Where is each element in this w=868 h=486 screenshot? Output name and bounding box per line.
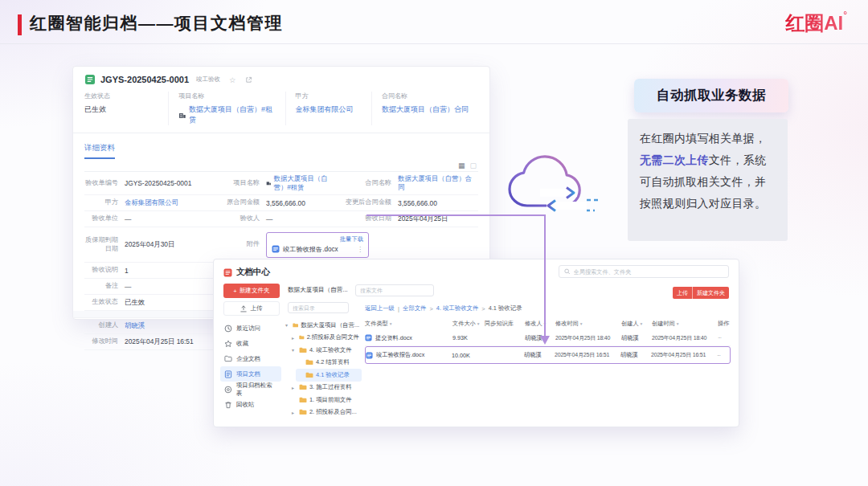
field-value: JGYS-20250425-0001: [125, 177, 221, 190]
table-tools: ▦ ▢: [73, 159, 489, 171]
breadcrumb-item[interactable]: 4. 竣工验收文件: [436, 304, 479, 312]
tab-detail-info[interactable]: 详细资料: [84, 143, 115, 159]
sidebar-item-project-docs[interactable]: 项目文档: [220, 366, 281, 382]
field-label: 验收单编号: [84, 177, 125, 190]
tree-item[interactable]: ▾ 4. 竣工验收文件: [289, 344, 362, 357]
search-icon: [564, 268, 571, 275]
tree-item-selected[interactable]: 4.1 验收记录: [296, 369, 362, 382]
summary-party-a-label: 甲方: [296, 92, 363, 100]
project-building-icon: [178, 112, 186, 119]
sort-caret-icon: ▾: [544, 321, 547, 326]
field-label: 变更后合同金额: [338, 196, 398, 209]
tree-item[interactable]: ▸ 2.招投标及合同文件: [289, 332, 362, 345]
doc-center-icon: [223, 268, 232, 277]
slide: 红圈智能归档——项目文档管理 红圈AI° JGYS-20250425-0001 …: [0, 0, 868, 486]
file-row[interactable]: 提交资料.docx 9.93K 胡晓溪 2025年04月25日 18:40 胡晓…: [365, 330, 731, 346]
top-upload-button[interactable]: 上传: [673, 287, 692, 299]
file-row-highlighted[interactable]: 竣工验收报告.docx 10.00K 胡晓溪 2025年04月25日 16:51…: [365, 346, 731, 364]
trash-icon: [224, 401, 232, 409]
col-header[interactable]: 文件类型: [365, 320, 388, 328]
attachment-file-item[interactable]: 竣工验收报告.docx ⋮: [272, 245, 363, 254]
new-folder-button[interactable]: + 新建文件夹: [223, 284, 280, 298]
col-header[interactable]: 创建时间: [652, 320, 675, 328]
breadcrumb-back[interactable]: 返回上一级: [365, 304, 395, 312]
col-header[interactable]: 修改时间: [555, 320, 579, 328]
upload-button[interactable]: 上传: [223, 301, 280, 316]
folder-icon: [305, 372, 313, 378]
search-file-input[interactable]: [360, 288, 429, 293]
sort-caret-icon: ▾: [477, 321, 480, 326]
top-new-folder-button[interactable]: 新建文件夹: [692, 287, 729, 299]
summary-party-a-link[interactable]: 金标集团有限公司: [296, 104, 354, 115]
global-search-input[interactable]: [574, 268, 723, 276]
global-search-box[interactable]: [559, 265, 729, 278]
callout-body: 在红圈内填写相关单据，无需二次上传文件，系统可自动抓取相关文件，并按照规则归入对…: [628, 119, 788, 241]
expand-open-icon[interactable]: ▾: [285, 322, 290, 328]
title-accent-bar: [18, 14, 22, 35]
panel-view-icon[interactable]: ▢: [469, 161, 477, 169]
detail-row: 甲方 金标集团有限公司 原合同金额 3,556,666.00 变更后合同金额 3…: [84, 195, 478, 211]
batch-download-link[interactable]: 批量下载: [340, 235, 363, 243]
expand-open-icon[interactable]: ▾: [292, 347, 297, 353]
col-header[interactable]: 文件大小: [452, 320, 476, 328]
col-header[interactable]: 创建人: [621, 320, 639, 328]
plus-icon: +: [233, 288, 236, 295]
folder-icon: [299, 397, 307, 403]
sidebar-item-favorites[interactable]: 收藏: [220, 336, 281, 351]
breadcrumb-current: 4.1 验收记录: [489, 304, 522, 312]
summary-project-link[interactable]: 数据大厦项目（自营）#租赁: [189, 104, 277, 125]
field-label: 质保期到期日期: [84, 234, 125, 255]
project-tab[interactable]: 数据大厦项目（自营... +: [288, 286, 359, 294]
search-dir-box[interactable]: [288, 302, 349, 313]
search-file-box[interactable]: [355, 284, 434, 296]
favorite-star-icon[interactable]: ☆: [229, 76, 236, 84]
file-size: 9.93K: [452, 334, 485, 341]
tree-item-root[interactable]: ▾ 数据大厦项目（自营...: [283, 319, 362, 332]
detail-row: 验收单位 — 验收人 — 验收日期 2025年04月25日: [84, 211, 478, 227]
expand-closed-icon[interactable]: ▸: [292, 335, 297, 341]
creator-link[interactable]: 胡晓溪: [125, 321, 145, 330]
more-vertical-icon[interactable]: ⋮: [357, 246, 363, 253]
tree-item[interactable]: 4.2 结算资料: [296, 357, 362, 370]
tree-item[interactable]: ▸ 3. 施工过程资料: [289, 382, 362, 394]
col-header[interactable]: 修改人: [525, 320, 542, 328]
file-name[interactable]: 竣工验收报告.docx: [376, 351, 424, 359]
more-actions-icon[interactable]: ···: [717, 353, 730, 358]
field-label: 项目名称: [221, 177, 266, 190]
sort-caret-icon: ▾: [390, 321, 392, 326]
summary-contract-link[interactable]: 数据大厦项目（自营）合同: [382, 104, 469, 115]
file-creator: 胡晓溪: [621, 334, 652, 342]
clock-icon: [224, 325, 232, 333]
sidebar-item-recent[interactable]: 最近访问: [220, 321, 281, 336]
field-value: 3,556,666.00: [398, 197, 478, 210]
share-icon[interactable]: [245, 76, 252, 84]
file-modifier: 胡晓溪: [524, 351, 555, 359]
sidebar-item-recycle-bin[interactable]: 回收站: [220, 397, 281, 412]
field-label: 验收日期: [338, 212, 398, 225]
grid-view-icon[interactable]: ▦: [458, 161, 465, 169]
sort-caret-icon: ▾: [641, 321, 643, 326]
attachment-highlight-box: 批量下载 竣工验收报告.docx ⋮: [266, 232, 369, 258]
field-value: 2025年04月30日: [125, 238, 221, 251]
expand-closed-icon[interactable]: ▸: [292, 410, 297, 415]
folder-icon: [299, 409, 307, 415]
tree-item[interactable]: ▸ 2. 招投标及合同...: [289, 406, 362, 419]
breadcrumb: 返回上一级 | 全部文件 > 4. 竣工验收文件 > 4.1 验收记录: [365, 304, 522, 312]
sidebar-item-company-docs[interactable]: 企业文档: [220, 351, 281, 366]
form-number: JGYS-20250425-0001: [100, 75, 189, 84]
field-value: —: [266, 213, 338, 226]
field-link[interactable]: 数据大厦项目（自营）#租赁: [274, 174, 335, 192]
field-link[interactable]: 数据大厦项目（自营）合同: [398, 174, 475, 192]
attachment-file-name: 竣工验收报告.docx: [283, 245, 338, 254]
sidebar-item-archive-index[interactable]: 项目归档检索表: [220, 382, 281, 397]
expand-closed-icon[interactable]: ▸: [292, 385, 297, 390]
field-link[interactable]: 金标集团有限公司: [125, 198, 178, 207]
more-actions-icon[interactable]: ···: [718, 335, 731, 341]
tree-item[interactable]: 1. 项目前期文件: [289, 394, 362, 406]
file-name[interactable]: 提交资料.docx: [375, 334, 412, 342]
search-dir-input[interactable]: [293, 305, 344, 311]
cloud-sync-icon: [503, 143, 603, 236]
field-value: —: [125, 213, 221, 226]
breadcrumb-item[interactable]: 全部文件: [403, 304, 427, 312]
document-icon: [224, 370, 232, 378]
